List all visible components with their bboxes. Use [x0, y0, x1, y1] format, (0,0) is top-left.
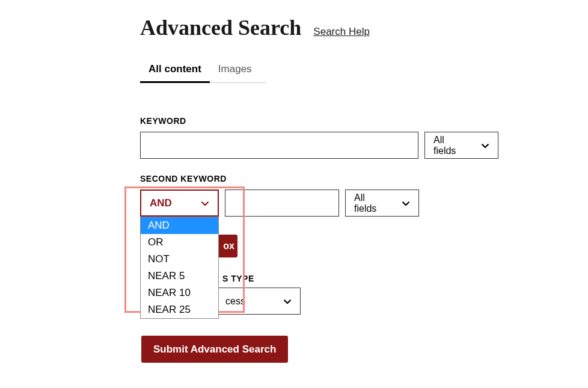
second-keyword-fields-value: All fields [354, 192, 390, 214]
operator-option-or[interactable]: OR [141, 234, 218, 251]
chevron-down-icon [402, 201, 410, 206]
keyword-input[interactable] [140, 132, 418, 159]
access-type-select[interactable]: cess [216, 288, 301, 315]
keyword-label: KEYWORD [140, 116, 588, 126]
access-type-value: cess [225, 296, 245, 307]
operator-option-near5[interactable]: NEAR 5 [141, 268, 218, 285]
operator-option-and[interactable]: AND [141, 217, 218, 234]
operator-option-near10[interactable]: NEAR 10 [141, 285, 218, 301]
submit-button[interactable]: Submit Advanced Search [141, 336, 288, 363]
operator-selected-value: AND [150, 197, 172, 209]
second-keyword-input[interactable] [225, 189, 339, 217]
chevron-down-icon [283, 299, 292, 304]
keyword-fields-select[interactable]: All fields [424, 132, 498, 159]
chevron-down-icon [201, 201, 209, 206]
search-help-link[interactable]: Search Help [313, 26, 370, 38]
page-title: Advanced Search [140, 15, 301, 40]
keyword-fields-value: All fields [433, 135, 469, 156]
tabs: All content Images [140, 58, 266, 83]
tab-all-content[interactable]: All content [140, 58, 210, 83]
tab-images[interactable]: Images [210, 58, 260, 83]
operator-option-near25[interactable]: NEAR 25 [141, 301, 218, 318]
operator-option-not[interactable]: NOT [141, 251, 218, 268]
second-keyword-fields-select[interactable]: All fields [345, 189, 419, 217]
access-type-label: S TYPE [222, 274, 254, 283]
operator-dropdown: AND OR NOT NEAR 5 NEAR 10 NEAR 25 [140, 217, 219, 319]
chevron-down-icon [481, 143, 489, 148]
second-keyword-label: SECOND KEYWORD [140, 174, 588, 183]
operator-select[interactable]: AND [140, 189, 219, 217]
